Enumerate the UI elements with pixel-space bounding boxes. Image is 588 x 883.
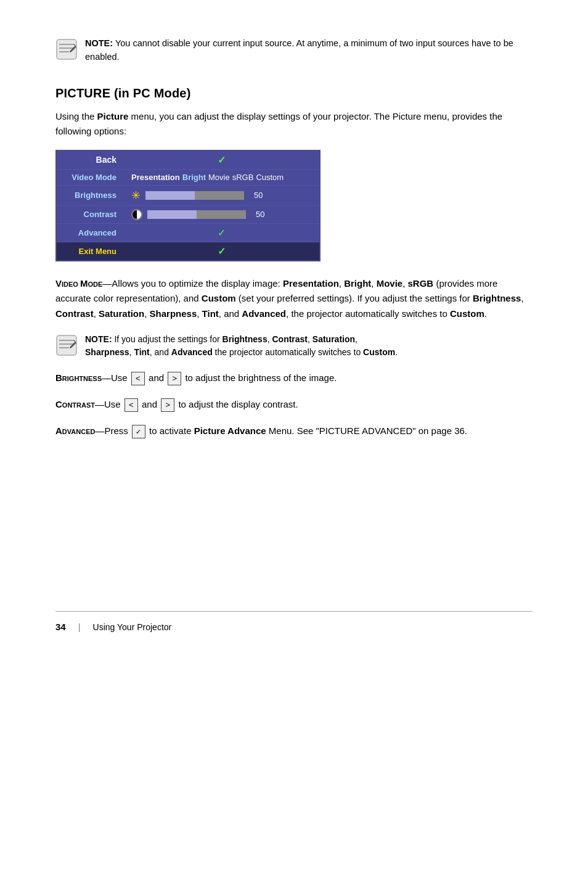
videomode-description: VIDEO MODE—Allows you to optimize the di…	[55, 276, 533, 322]
intro-text: Using the Picture menu, you can adjust t…	[55, 109, 533, 139]
brightness-left-btn[interactable]: <	[131, 372, 145, 385]
brightness-description: BRIGHTNESS—Use < and > to adjust the bri…	[55, 371, 533, 386]
advanced-enter-btn[interactable]: ✓	[132, 425, 145, 438]
contrast-right-btn[interactable]: >	[161, 398, 174, 412]
osd-row-contrast: Contrast 50	[56, 205, 320, 223]
brightness-term: BRIGHTNESS	[55, 372, 102, 383]
back-checkmark: ✓	[218, 155, 226, 165]
contrast-description: CONTRAST—Use < and > to adjust the displ…	[55, 397, 533, 413]
osd-row-videomode: Video Mode Presentation Bright Movie sRG…	[56, 169, 320, 185]
brightness-sun-icon: ✳	[131, 189, 141, 202]
osd-brightness-label: Brightness	[56, 185, 124, 205]
vm-srgb: sRGB	[232, 173, 254, 182]
osd-videomode-options: Presentation Bright Movie sRGB Custom	[124, 169, 320, 185]
note-box-1: NOTE: You cannot disable your current in…	[55, 37, 533, 64]
footer-text: Using Your Projector	[93, 622, 172, 632]
note2-label: NOTE:	[85, 334, 112, 344]
vm-presentation: Presentation	[131, 173, 180, 182]
osd-back-label: Back	[56, 150, 124, 170]
brightness-value: 50	[254, 191, 263, 200]
osd-advanced-label: Advanced	[56, 223, 124, 242]
osd-advanced-check: ✓	[124, 223, 320, 242]
brightness-slider-bar	[145, 191, 244, 200]
contrast-value: 50	[256, 210, 264, 219]
osd-exit-label: Exit Menu	[56, 242, 124, 261]
advanced-description: ADVANCED—Press ✓ to activate Picture Adv…	[55, 424, 533, 439]
vm-movie: Movie	[208, 173, 230, 182]
videomode-term: VIDEO MODE	[55, 278, 102, 289]
section-title: PICTURE (in PC Mode)	[55, 86, 533, 101]
contrast-icon	[131, 209, 142, 220]
osd-brightness-control: ✳ 50	[124, 185, 320, 205]
vm-custom: Custom	[256, 173, 284, 182]
osd-row-exit: Exit Menu ✓	[56, 242, 320, 261]
advanced-checkmark: ✓	[218, 228, 226, 238]
brightness-slider-fill	[145, 191, 195, 200]
note-text-2: NOTE: If you adjust the settings for Bri…	[85, 333, 398, 359]
osd-exit-check: ✓	[124, 242, 320, 261]
contrast-slider-fill	[147, 210, 197, 219]
page: NOTE: You cannot disable your current in…	[0, 0, 588, 669]
osd-contrast-label: Contrast	[56, 205, 124, 223]
note-content-1: You cannot disable your current input so…	[85, 38, 513, 62]
footer-separator: |	[78, 622, 81, 632]
note-label-1: NOTE:	[85, 38, 113, 48]
advanced-term: ADVANCED	[55, 425, 95, 436]
contrast-left-btn[interactable]: <	[125, 398, 138, 412]
contrast-term: CONTRAST	[55, 399, 95, 409]
osd-back-check: ✓	[124, 150, 320, 170]
osd-row-back: Back ✓	[56, 150, 320, 170]
exit-checkmark: ✓	[218, 246, 226, 257]
osd-row-brightness: Brightness ✳ 50	[56, 185, 320, 205]
note-icon-2	[55, 334, 78, 356]
brightness-right-btn[interactable]: >	[168, 372, 181, 385]
osd-contrast-control: 50	[124, 205, 320, 223]
note-text-1: NOTE: You cannot disable your current in…	[85, 37, 533, 64]
vm-bright: Bright	[182, 173, 206, 182]
contrast-slider-bar	[147, 210, 246, 219]
osd-videomode-label: Video Mode	[56, 169, 124, 185]
footer: 34 | Using Your Projector	[55, 611, 533, 632]
osd-table: Back ✓ Video Mode Presentation Bright Mo…	[55, 150, 321, 261]
note-box-2: NOTE: If you adjust the settings for Bri…	[55, 333, 533, 359]
footer-page-number: 34	[55, 622, 66, 632]
osd-row-advanced: Advanced ✓	[56, 223, 320, 242]
note-icon-1	[55, 38, 78, 60]
